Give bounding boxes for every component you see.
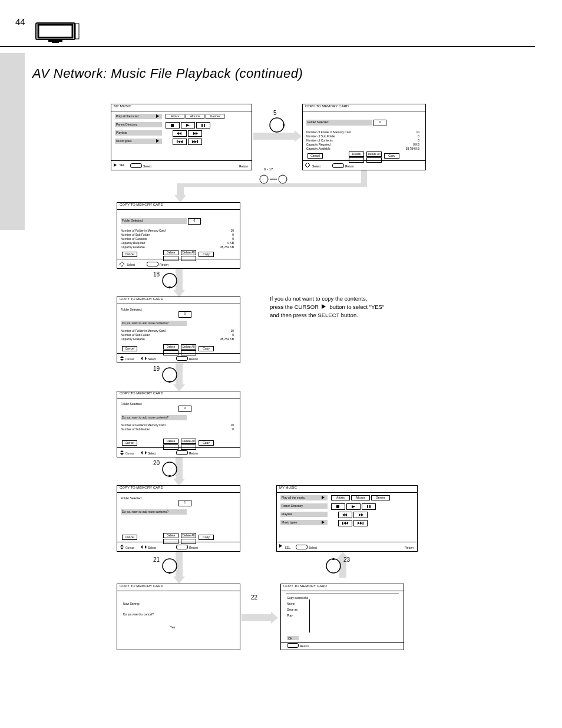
p3-delete: Delete [163, 250, 178, 255]
p5-copy: Copy [199, 440, 214, 446]
svg-rect-20 [197, 140, 199, 143]
p6-fsel: Select [148, 546, 156, 549]
panel-my-music-1: MY MUSIC Play all the music. Parent Dire… [111, 104, 252, 170]
svg-marker-54 [345, 513, 347, 516]
svg-marker-8 [186, 124, 190, 127]
play-icon [181, 122, 195, 129]
v3: 0 KB [413, 143, 419, 146]
svg-marker-24 [305, 163, 310, 167]
p3v2: 0 [232, 237, 234, 241]
svg-rect-9 [201, 124, 203, 127]
p4l0: Number of Folder in Memory Card [121, 329, 166, 332]
p6-delall: Delete All [181, 533, 196, 538]
row-parent: Parent Directory [115, 122, 162, 127]
p9-title: MY MUSIC [279, 486, 297, 489]
p5l0: Number of Folder in Memory Card [121, 423, 166, 427]
p9r3: Music types [280, 520, 328, 525]
arrow-7-8 [242, 614, 272, 621]
svg-marker-18 [192, 140, 194, 143]
svg-marker-19 [194, 140, 197, 143]
col-genres: Genres [206, 114, 224, 119]
svg-marker-40 [141, 451, 143, 454]
p9-c2: Genres [371, 495, 390, 500]
p9r1: Parent Directory [280, 503, 328, 509]
p3-selval: 0 [188, 218, 201, 225]
footer-return: Return [239, 164, 248, 168]
svg-marker-12 [177, 132, 179, 135]
updown-icon [120, 545, 124, 549]
svg-rect-3 [48, 40, 62, 42]
panel2-title: COPY TO MEMORY CARD [305, 104, 349, 108]
p6-title: COPY TO MEMORY CARD [120, 486, 163, 489]
p4-delall: Delete All [181, 344, 196, 350]
svg-marker-47 [145, 545, 147, 549]
p3-selrow: Folder Selected: [121, 218, 187, 224]
svg-rect-1 [38, 25, 72, 38]
p3-deleteall: Delete All [181, 250, 196, 255]
updown-icon [120, 450, 124, 455]
p9r2: Playlists [280, 512, 328, 517]
selected-val: 0 [373, 120, 386, 126]
section-title: AV Network: Music File Playback (continu… [32, 66, 303, 81]
expand-icon [322, 521, 326, 525]
panel-copy-5: COPY TO MEMORY CARD Folder Selected: 0 D… [117, 391, 240, 457]
step-23: 23 [325, 558, 342, 574]
svg-marker-39 [120, 453, 124, 455]
p5-q: Do you want to add more contents? [121, 415, 187, 420]
panel1-title: MY MUSIC [114, 104, 131, 108]
svg-rect-58 [342, 522, 343, 525]
v4: 38,784 KB [406, 147, 419, 150]
rew-icon [173, 130, 187, 137]
skip-fwd-icon [188, 139, 202, 145]
svg-point-27 [279, 175, 287, 183]
panel-copy-3: COPY TO MEMORY CARD Folder Selected: 0 N… [117, 202, 240, 269]
svg-point-67 [326, 559, 340, 573]
diamond-icon [120, 262, 124, 266]
svg-marker-17 [180, 140, 183, 143]
svg-marker-31 [322, 304, 326, 309]
row-playall: Play all the music. [115, 114, 162, 119]
p8-pill [287, 643, 299, 648]
p5-fcur: Cursor [125, 452, 134, 455]
play-icon [346, 503, 361, 510]
panel-copy-8: COPY TO MEMORY CARD Copy successful. Nam… [280, 584, 404, 650]
p8-ok: OK [287, 636, 299, 640]
svg-marker-46 [141, 545, 143, 549]
p3l2: Number of Contents [121, 237, 147, 241]
svg-rect-15 [177, 140, 178, 143]
svg-rect-50 [336, 505, 339, 508]
svg-marker-49 [322, 521, 325, 524]
play-icon [156, 114, 161, 119]
p6-sv: 1 [178, 500, 191, 506]
p6-sl: Folder Selected: [121, 496, 142, 500]
p4v4: 38,784 KB [220, 337, 234, 341]
p3v1: 0 [232, 233, 234, 236]
btn-deleteall: Delete All [366, 151, 382, 157]
svg-rect-2 [75, 24, 79, 39]
p6-q: Do you want to add more contents? [121, 509, 187, 515]
svg-marker-45 [120, 548, 124, 549]
panel-copy-2: COPY TO MEMORY CARD Folder Selected: 0 N… [302, 104, 426, 170]
p5-delall: Delete All [181, 439, 196, 444]
lr-icon [141, 450, 147, 455]
jog-c [177, 183, 184, 196]
svg-marker-51 [352, 505, 355, 508]
p5-sv: 0 [178, 406, 191, 412]
side-note: If you do not want to copy the contents,… [270, 295, 384, 319]
stop-icon [166, 122, 180, 129]
svg-marker-21 [114, 163, 117, 167]
footer-select: Select [143, 164, 151, 168]
p9-c0: Artists [331, 495, 350, 500]
l4: Capacity Available [306, 147, 330, 150]
svg-marker-59 [343, 522, 346, 525]
svg-rect-4 [52, 42, 59, 43]
step-19: 19 [161, 367, 178, 383]
p5-title: COPY TO MEMORY CARD [120, 391, 163, 395]
lr-icon [141, 545, 147, 549]
p9-fret: Return [405, 546, 414, 549]
expand-icon [156, 139, 161, 144]
top-rule [0, 46, 535, 47]
p5-fret: Return [189, 452, 198, 455]
p4l4: Capacity Available [121, 337, 145, 341]
p4l1: Number of Sub Folder [121, 333, 150, 337]
